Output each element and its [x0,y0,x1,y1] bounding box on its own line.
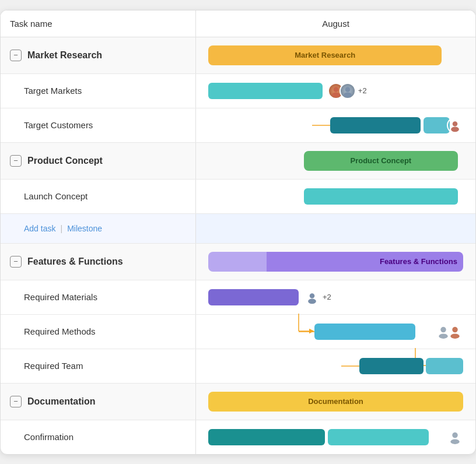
avatar-group-required-methods [435,324,463,340]
task-cell-launch-concept: Launch Concept [1,180,196,213]
row-documentation: − Documentation Documentation [1,384,475,420]
chart-cell-required-methods [196,315,475,349]
svg-point-5 [453,121,458,126]
chart-cell-target-customers [196,108,475,142]
add-task-link[interactable]: Add task [24,224,55,233]
task-cell-required-methods: Required Methods [1,315,196,349]
chart-cell-add-task [196,214,475,243]
svg-point-16 [452,326,457,332]
task-cell-add-task: Add task | Milestone [1,214,196,243]
avatar-count-target-markets: +2 [358,86,367,95]
avatar-mat-1 [304,289,320,305]
svg-point-10 [308,298,316,304]
task-cell-required-materials: Required Materials [1,280,196,314]
task-name-target-markets: Target Markets [24,86,82,96]
bar-confirmation [208,429,325,445]
chart-cell-required-team [196,349,475,383]
row-required-materials: Required Materials +2 [1,280,475,315]
svg-point-3 [344,92,352,97]
chart-cell-product-concept: Product Concept [196,143,475,179]
avatar-group-required-materials: +2 [304,289,331,305]
bar-features-functions: Features & Functions [267,252,463,272]
task-name-required-materials: Required Materials [24,292,97,302]
task-cell-target-customers: Target Customers [1,108,196,142]
gantt-header: Task name August [1,10,475,37]
bar-required-team [359,358,423,374]
task-name-required-methods: Required Methods [24,326,96,336]
svg-point-19 [452,432,457,437]
add-task-links: Add task | Milestone [24,224,102,233]
bar-target-markets [208,83,323,99]
bar-features-functions-light [208,252,267,272]
chart-cell-required-materials: +2 [196,280,475,314]
row-add-task: Add task | Milestone [1,214,475,244]
task-name-header: Task name [1,10,196,37]
chart-cell-documentation: Documentation [196,384,475,420]
bar-required-methods [314,324,415,340]
svg-point-6 [451,126,459,132]
expand-icon-market-research[interactable]: − [10,50,22,61]
bar-market-research: Market Research [208,45,442,65]
avatar-3 [447,117,463,133]
milestone-link[interactable]: Milestone [67,224,102,233]
bar-target-customers-suffix [424,117,450,133]
task-name-documentation: Documentation [27,396,95,407]
task-name-required-team: Required Team [24,361,83,371]
avatar-2 [340,83,356,99]
chart-cell-confirmation [196,420,475,454]
svg-point-15 [439,333,447,339]
svg-point-17 [450,333,459,339]
bar-confirmation-suffix [328,429,429,445]
chart-cell-market-research: Market Research [196,37,475,73]
row-market-research: − Market Research Market Research [1,37,475,74]
chart-cell-features-functions: Features & Functions [196,244,475,280]
bar-required-materials [208,289,299,305]
task-name-product-concept: Product Concept [27,156,103,166]
row-required-methods: Required Methods [1,315,475,349]
task-cell-confirmation: Confirmation [1,420,196,454]
task-cell-product-concept: − Product Concept [1,143,196,179]
row-launch-concept: Launch Concept [1,180,475,214]
bar-documentation: Documentation [208,392,463,412]
avatar-group-target-markets: +2 [328,83,367,99]
svg-point-0 [334,87,339,92]
task-cell-target-markets: Target Markets [1,74,196,108]
svg-point-14 [440,326,446,332]
task-cell-features-functions: − Features & Functions [1,244,196,280]
avatar-group-target-customers [447,117,463,133]
task-name-target-customers: Target Customers [24,120,93,130]
expand-icon-features-functions[interactable]: − [10,256,22,268]
svg-point-2 [345,87,351,92]
avatar-meth-2 [447,324,463,340]
task-cell-required-team: Required Team [1,349,196,383]
task-name-launch-concept: Launch Concept [24,191,88,201]
gantt-chart: Task name August − Market Research Marke… [0,10,476,455]
row-features-functions: − Features & Functions Features & Functi… [1,244,475,280]
bar-product-concept: Product Concept [304,151,458,171]
task-name-features-functions: Features & Functions [27,256,123,267]
expand-icon-product-concept[interactable]: − [10,155,22,167]
avatar-conf-1 [447,429,463,445]
row-required-team: Required Team [1,349,475,384]
row-confirmation: Confirmation [1,420,475,454]
chart-cell-target-markets: +2 [196,74,475,108]
row-target-markets: Target Markets +2 [1,74,475,108]
task-cell-documentation: − Documentation [1,384,196,420]
task-name-market-research: Market Research [27,50,102,61]
svg-point-20 [450,439,459,444]
month-header: August [196,10,475,37]
svg-point-1 [332,92,340,97]
svg-point-9 [310,293,315,298]
row-product-concept: − Product Concept Product Concept [1,143,475,180]
avatar-group-confirmation [447,429,463,445]
task-cell-market-research: − Market Research [1,37,196,73]
divider: | [60,224,62,233]
expand-icon-documentation[interactable]: − [10,396,22,407]
bar-required-team-suffix [426,358,463,374]
chart-cell-launch-concept [196,180,475,213]
avatar-count-required-materials: +2 [323,293,331,301]
row-target-customers: Target Customers [1,108,475,143]
bar-launch-concept [304,188,458,205]
bar-target-customers [330,117,421,133]
task-name-confirmation: Confirmation [24,432,74,442]
